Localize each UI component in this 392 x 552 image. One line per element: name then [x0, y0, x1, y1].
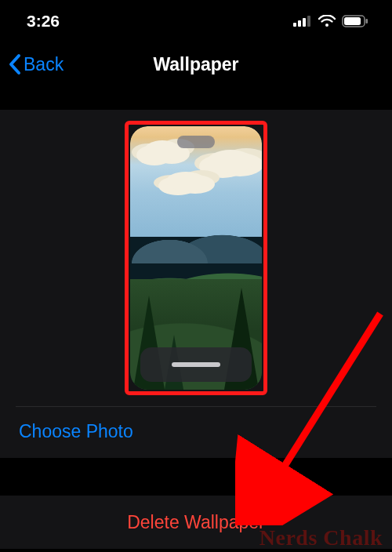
wallpaper-preview[interactable]	[130, 126, 262, 390]
status-time: 3:26	[27, 12, 60, 31]
nav-bar: Back Wallpaper	[0, 42, 392, 86]
wallpaper-preview-wrap	[0, 121, 392, 395]
chevron-left-icon	[8, 53, 22, 75]
dock-card	[140, 347, 252, 382]
svg-rect-7	[366, 19, 368, 24]
wallpaper-preview-section: Choose Photo	[0, 110, 392, 458]
status-bar: 3:26	[0, 0, 392, 42]
svg-rect-0	[293, 23, 296, 27]
svg-rect-2	[303, 18, 306, 27]
section-gap	[0, 86, 392, 110]
bottom-gap	[0, 549, 392, 552]
svg-rect-1	[298, 20, 301, 27]
home-indicator-icon	[172, 362, 220, 367]
back-button[interactable]: Back	[8, 53, 64, 75]
svg-rect-6	[344, 17, 361, 25]
delete-section: Delete Wallpaper	[0, 496, 392, 549]
battery-icon	[342, 15, 368, 27]
svg-point-4	[325, 24, 328, 27]
annotation-highlight-box	[125, 121, 267, 395]
device-notch-icon	[177, 136, 215, 148]
svg-rect-3	[307, 16, 310, 27]
back-label: Back	[24, 54, 64, 75]
delete-wallpaper-button[interactable]: Delete Wallpaper	[127, 512, 265, 533]
choose-photo-row: Choose Photo	[0, 407, 392, 458]
wifi-icon	[318, 15, 336, 27]
cellular-signal-icon	[293, 16, 312, 27]
choose-photo-button[interactable]: Choose Photo	[19, 421, 133, 442]
status-indicators	[293, 15, 368, 27]
section-gap	[0, 458, 392, 496]
